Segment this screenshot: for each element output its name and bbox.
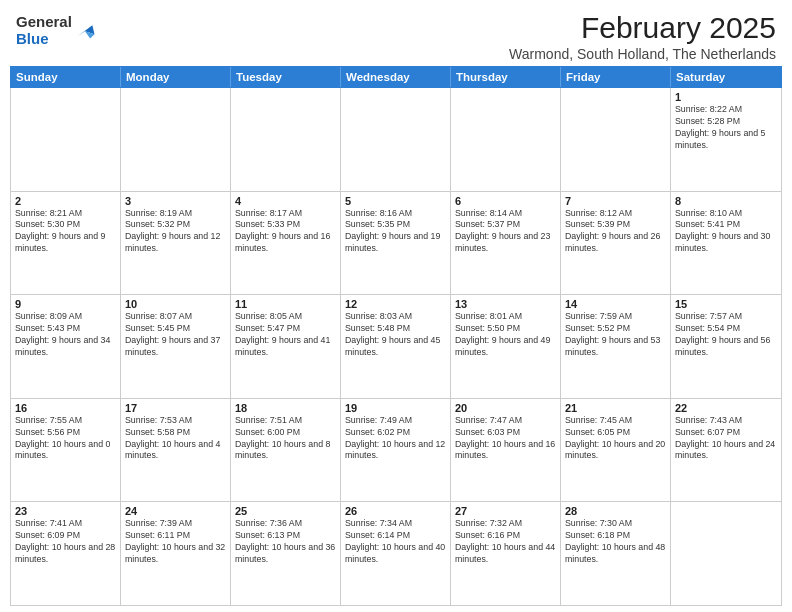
calendar-cell: 13Sunrise: 8:01 AM Sunset: 5:50 PM Dayli… — [451, 295, 561, 398]
page: General Blue February 2025 Warmond, Sout… — [0, 0, 792, 612]
day-number: 21 — [565, 402, 666, 414]
logo-general: General — [16, 14, 72, 31]
day-number: 24 — [125, 505, 226, 517]
day-info: Sunrise: 8:17 AM Sunset: 5:33 PM Dayligh… — [235, 208, 336, 256]
day-number: 4 — [235, 195, 336, 207]
calendar-row: 16Sunrise: 7:55 AM Sunset: 5:56 PM Dayli… — [11, 399, 781, 503]
day-number: 10 — [125, 298, 226, 310]
day-info: Sunrise: 8:14 AM Sunset: 5:37 PM Dayligh… — [455, 208, 556, 256]
day-info: Sunrise: 7:43 AM Sunset: 6:07 PM Dayligh… — [675, 415, 777, 463]
calendar-header: SundayMondayTuesdayWednesdayThursdayFrid… — [10, 66, 782, 88]
day-info: Sunrise: 7:55 AM Sunset: 5:56 PM Dayligh… — [15, 415, 116, 463]
calendar-cell — [11, 88, 121, 191]
day-number: 28 — [565, 505, 666, 517]
day-number: 12 — [345, 298, 446, 310]
day-info: Sunrise: 7:49 AM Sunset: 6:02 PM Dayligh… — [345, 415, 446, 463]
calendar-cell: 27Sunrise: 7:32 AM Sunset: 6:16 PM Dayli… — [451, 502, 561, 605]
weekday-header: Wednesday — [341, 67, 451, 87]
day-info: Sunrise: 7:51 AM Sunset: 6:00 PM Dayligh… — [235, 415, 336, 463]
calendar-cell — [231, 88, 341, 191]
day-number: 13 — [455, 298, 556, 310]
calendar-cell: 21Sunrise: 7:45 AM Sunset: 6:05 PM Dayli… — [561, 399, 671, 502]
calendar-cell: 16Sunrise: 7:55 AM Sunset: 5:56 PM Dayli… — [11, 399, 121, 502]
calendar-cell — [451, 88, 561, 191]
calendar-cell: 23Sunrise: 7:41 AM Sunset: 6:09 PM Dayli… — [11, 502, 121, 605]
weekday-header: Tuesday — [231, 67, 341, 87]
calendar-row: 2Sunrise: 8:21 AM Sunset: 5:30 PM Daylig… — [11, 192, 781, 296]
day-info: Sunrise: 7:32 AM Sunset: 6:16 PM Dayligh… — [455, 518, 556, 566]
calendar-cell: 22Sunrise: 7:43 AM Sunset: 6:07 PM Dayli… — [671, 399, 781, 502]
calendar-row: 9Sunrise: 8:09 AM Sunset: 5:43 PM Daylig… — [11, 295, 781, 399]
day-info: Sunrise: 8:10 AM Sunset: 5:41 PM Dayligh… — [675, 208, 777, 256]
calendar-cell: 5Sunrise: 8:16 AM Sunset: 5:35 PM Daylig… — [341, 192, 451, 295]
day-number: 23 — [15, 505, 116, 517]
calendar-cell: 24Sunrise: 7:39 AM Sunset: 6:11 PM Dayli… — [121, 502, 231, 605]
calendar-cell: 9Sunrise: 8:09 AM Sunset: 5:43 PM Daylig… — [11, 295, 121, 398]
calendar-cell: 18Sunrise: 7:51 AM Sunset: 6:00 PM Dayli… — [231, 399, 341, 502]
day-info: Sunrise: 7:39 AM Sunset: 6:11 PM Dayligh… — [125, 518, 226, 566]
logo: General Blue — [16, 14, 96, 47]
calendar-cell: 19Sunrise: 7:49 AM Sunset: 6:02 PM Dayli… — [341, 399, 451, 502]
calendar-row: 1Sunrise: 8:22 AM Sunset: 5:28 PM Daylig… — [11, 88, 781, 192]
day-number: 20 — [455, 402, 556, 414]
day-number: 1 — [675, 91, 777, 103]
day-info: Sunrise: 8:05 AM Sunset: 5:47 PM Dayligh… — [235, 311, 336, 359]
day-number: 22 — [675, 402, 777, 414]
day-info: Sunrise: 8:01 AM Sunset: 5:50 PM Dayligh… — [455, 311, 556, 359]
day-number: 14 — [565, 298, 666, 310]
calendar-cell: 14Sunrise: 7:59 AM Sunset: 5:52 PM Dayli… — [561, 295, 671, 398]
location: Warmond, South Holland, The Netherlands — [509, 46, 776, 62]
day-number: 16 — [15, 402, 116, 414]
day-info: Sunrise: 8:12 AM Sunset: 5:39 PM Dayligh… — [565, 208, 666, 256]
day-info: Sunrise: 8:07 AM Sunset: 5:45 PM Dayligh… — [125, 311, 226, 359]
day-number: 3 — [125, 195, 226, 207]
month-title: February 2025 — [509, 10, 776, 46]
day-number: 18 — [235, 402, 336, 414]
calendar-row: 23Sunrise: 7:41 AM Sunset: 6:09 PM Dayli… — [11, 502, 781, 605]
title-block: February 2025 Warmond, South Holland, Th… — [509, 10, 776, 62]
day-info: Sunrise: 7:59 AM Sunset: 5:52 PM Dayligh… — [565, 311, 666, 359]
logo-icon — [74, 18, 96, 40]
weekday-header: Sunday — [11, 67, 121, 87]
day-info: Sunrise: 7:34 AM Sunset: 6:14 PM Dayligh… — [345, 518, 446, 566]
calendar-cell: 10Sunrise: 8:07 AM Sunset: 5:45 PM Dayli… — [121, 295, 231, 398]
weekday-header: Saturday — [671, 67, 781, 87]
day-info: Sunrise: 8:16 AM Sunset: 5:35 PM Dayligh… — [345, 208, 446, 256]
day-info: Sunrise: 8:19 AM Sunset: 5:32 PM Dayligh… — [125, 208, 226, 256]
day-number: 11 — [235, 298, 336, 310]
weekday-header: Thursday — [451, 67, 561, 87]
calendar-cell: 3Sunrise: 8:19 AM Sunset: 5:32 PM Daylig… — [121, 192, 231, 295]
calendar-cell: 8Sunrise: 8:10 AM Sunset: 5:41 PM Daylig… — [671, 192, 781, 295]
calendar-cell: 1Sunrise: 8:22 AM Sunset: 5:28 PM Daylig… — [671, 88, 781, 191]
day-number: 26 — [345, 505, 446, 517]
calendar-cell — [561, 88, 671, 191]
calendar-cell: 25Sunrise: 7:36 AM Sunset: 6:13 PM Dayli… — [231, 502, 341, 605]
day-info: Sunrise: 8:03 AM Sunset: 5:48 PM Dayligh… — [345, 311, 446, 359]
day-number: 7 — [565, 195, 666, 207]
calendar-cell: 11Sunrise: 8:05 AM Sunset: 5:47 PM Dayli… — [231, 295, 341, 398]
day-info: Sunrise: 7:30 AM Sunset: 6:18 PM Dayligh… — [565, 518, 666, 566]
calendar-cell — [121, 88, 231, 191]
day-info: Sunrise: 7:36 AM Sunset: 6:13 PM Dayligh… — [235, 518, 336, 566]
calendar-body: 1Sunrise: 8:22 AM Sunset: 5:28 PM Daylig… — [10, 88, 782, 606]
weekday-header: Monday — [121, 67, 231, 87]
logo-blue: Blue — [16, 31, 72, 48]
day-info: Sunrise: 8:22 AM Sunset: 5:28 PM Dayligh… — [675, 104, 777, 152]
calendar-cell: 26Sunrise: 7:34 AM Sunset: 6:14 PM Dayli… — [341, 502, 451, 605]
day-number: 17 — [125, 402, 226, 414]
day-info: Sunrise: 7:47 AM Sunset: 6:03 PM Dayligh… — [455, 415, 556, 463]
calendar: SundayMondayTuesdayWednesdayThursdayFrid… — [0, 66, 792, 612]
header: General Blue February 2025 Warmond, Sout… — [0, 0, 792, 66]
day-number: 9 — [15, 298, 116, 310]
day-number: 15 — [675, 298, 777, 310]
day-info: Sunrise: 7:53 AM Sunset: 5:58 PM Dayligh… — [125, 415, 226, 463]
calendar-cell: 6Sunrise: 8:14 AM Sunset: 5:37 PM Daylig… — [451, 192, 561, 295]
day-info: Sunrise: 7:45 AM Sunset: 6:05 PM Dayligh… — [565, 415, 666, 463]
day-number: 5 — [345, 195, 446, 207]
weekday-header: Friday — [561, 67, 671, 87]
day-number: 6 — [455, 195, 556, 207]
day-info: Sunrise: 8:21 AM Sunset: 5:30 PM Dayligh… — [15, 208, 116, 256]
day-info: Sunrise: 7:41 AM Sunset: 6:09 PM Dayligh… — [15, 518, 116, 566]
calendar-cell: 15Sunrise: 7:57 AM Sunset: 5:54 PM Dayli… — [671, 295, 781, 398]
calendar-cell — [341, 88, 451, 191]
